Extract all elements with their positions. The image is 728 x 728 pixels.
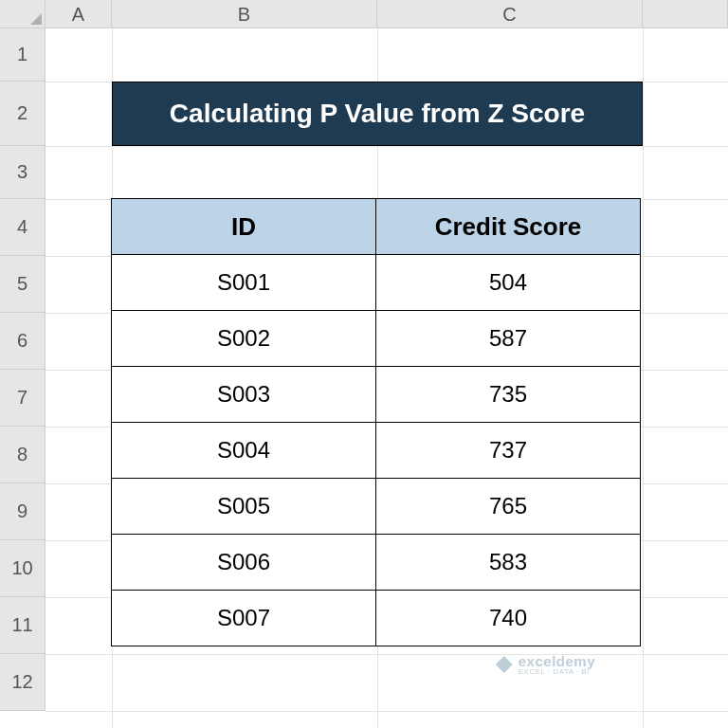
cell-id[interactable]: S006: [111, 534, 376, 591]
cell-id[interactable]: S007: [111, 590, 376, 646]
row-header-1[interactable]: 1: [0, 28, 46, 82]
row-header-11[interactable]: 11: [0, 597, 46, 654]
row-header-5[interactable]: 5: [0, 256, 46, 313]
column-headers: A B C: [0, 0, 728, 28]
table-row: S002 587: [112, 311, 643, 367]
cell-score[interactable]: 587: [375, 310, 641, 367]
spreadsheet-grid: A B C 1 2 3 4 5 6 7 8 9 10 11 12 Calcula…: [0, 0, 728, 728]
col-header-d[interactable]: [643, 0, 728, 28]
header-score[interactable]: Credit Score: [375, 198, 641, 255]
table-row: S004 737: [112, 423, 643, 479]
cell-score[interactable]: 583: [375, 534, 641, 591]
table-row: S003 735: [112, 367, 643, 423]
row-header-9[interactable]: 9: [0, 483, 46, 540]
row-header-8[interactable]: 8: [0, 427, 46, 483]
row-header-6[interactable]: 6: [0, 313, 46, 370]
cell-score[interactable]: 504: [375, 254, 641, 311]
cell-score[interactable]: 765: [375, 478, 641, 535]
title-cell[interactable]: Calculating P Value from Z Score: [112, 82, 643, 146]
cell-id[interactable]: S001: [111, 254, 376, 311]
cell-id[interactable]: S004: [111, 422, 376, 479]
cell-score[interactable]: 735: [375, 366, 641, 423]
table-row: S005 765: [112, 479, 643, 535]
col-header-b[interactable]: B: [112, 0, 377, 28]
data-table: ID Credit Score S001 504 S002 587 S003 7…: [112, 199, 643, 646]
row-header-4[interactable]: 4: [0, 199, 46, 256]
header-id[interactable]: ID: [111, 198, 376, 255]
col-header-c[interactable]: C: [377, 0, 643, 28]
row-header-3[interactable]: 3: [0, 146, 46, 199]
select-all-corner[interactable]: [0, 0, 46, 28]
exceldemy-logo-icon: [496, 656, 513, 673]
row-header-7[interactable]: 7: [0, 370, 46, 427]
cell-id[interactable]: S003: [111, 366, 376, 423]
sheet-area[interactable]: Calculating P Value from Z Score ID Cred…: [46, 28, 728, 728]
cell-score[interactable]: 740: [375, 590, 641, 646]
cell-id[interactable]: S005: [111, 478, 376, 535]
table-header-row: ID Credit Score: [112, 199, 643, 255]
watermark-text: exceldemy EXCEL · DATA · BI: [519, 653, 595, 676]
table-row: S001 504: [112, 255, 643, 311]
watermark: exceldemy EXCEL · DATA · BI: [496, 653, 595, 676]
col-header-a[interactable]: A: [46, 0, 112, 28]
row-headers: 1 2 3 4 5 6 7 8 9 10 11 12: [0, 28, 46, 711]
watermark-sub: EXCEL · DATA · BI: [519, 667, 595, 676]
row-header-10[interactable]: 10: [0, 540, 46, 597]
row-header-2[interactable]: 2: [0, 82, 46, 146]
cell-id[interactable]: S002: [111, 310, 376, 367]
table-row: S007 740: [112, 591, 643, 646]
table-row: S006 583: [112, 535, 643, 591]
row-header-12[interactable]: 12: [0, 654, 46, 711]
cell-score[interactable]: 737: [375, 422, 641, 479]
